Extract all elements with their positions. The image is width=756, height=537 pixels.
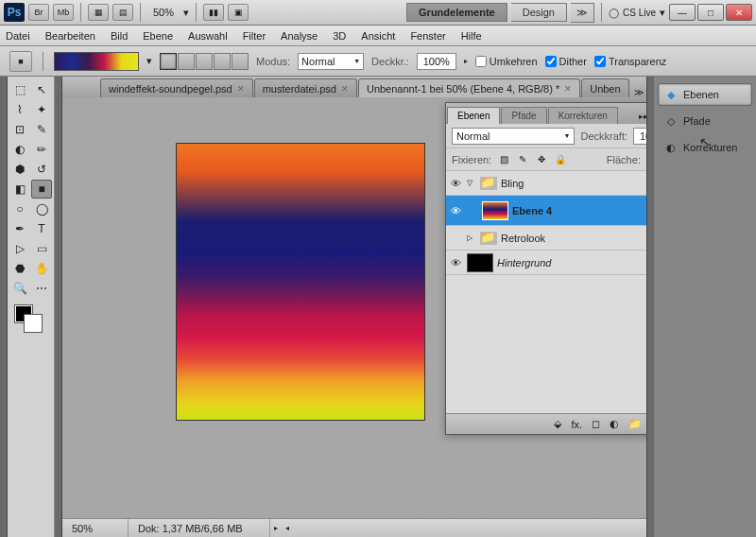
expand-icon[interactable]: ▷ [467,234,476,242]
path-select-tool[interactable]: ▷ [9,239,30,258]
lock-image-icon[interactable]: ✎ [516,153,529,166]
lock-position-icon[interactable]: ✥ [535,153,548,166]
menu-bild[interactable]: Bild [111,30,128,42]
workspace-grundelemente[interactable]: Grundelemente [406,3,507,22]
layer-row[interactable]: 👁 Hintergrund 🔒 [446,251,646,275]
document-tab[interactable]: musterdatei.psd✕ [254,78,357,97]
gradient-preview[interactable] [54,52,139,71]
menu-auswahl[interactable]: Auswahl [188,30,228,42]
layer-name[interactable]: Bling [501,178,524,189]
gradient-diamond[interactable] [232,53,249,70]
layer-thumbnail[interactable] [482,201,508,220]
shape-tool[interactable]: ▭ [31,239,52,258]
layer-row[interactable]: ▷ Retrolook [446,226,646,251]
gradient-radial[interactable] [178,53,195,70]
gradient-linear[interactable] [160,53,177,70]
layer-mask-icon[interactable]: ◻ [592,418,600,430]
expand-icon[interactable]: ▽ [467,179,476,187]
minibridge-button[interactable]: Mb [53,4,74,21]
workspace-design[interactable]: Design [511,3,567,22]
crop-tool[interactable]: ⊡ [9,120,30,139]
color-swatches[interactable] [9,303,52,336]
menu-filter[interactable]: Filter [243,30,266,42]
panel-collapse[interactable]: ▸▸ [634,109,646,124]
left-dock-strip[interactable] [0,77,8,537]
type-tool[interactable]: T [31,219,52,238]
gradient-angle[interactable] [196,53,213,70]
screen-mode-button[interactable]: ▣ [228,4,249,21]
close-icon[interactable]: ✕ [564,84,572,94]
layer-row[interactable]: 👁 Ebene 4 [446,196,646,226]
status-flyout[interactable]: ▸ [270,524,282,532]
dock-ebenen-button[interactable]: ◆ Ebenen [658,83,752,106]
view-extras-button[interactable]: ▦ [88,4,109,21]
healing-tool[interactable]: ◐ [9,140,30,159]
zoom-level[interactable]: 50% [147,7,180,18]
status-zoom[interactable]: 50% [62,519,129,537]
pen-tool[interactable]: ✒ [9,219,30,238]
menu-datei[interactable]: Datei [6,30,30,42]
layer-name[interactable]: Ebene 4 [512,205,552,217]
document-tab[interactable]: windeffekt-soundpegel.psd✕ [100,78,253,97]
status-doc-size[interactable]: Dok: 1,37 MB/6,66 MB [129,519,270,537]
canvas[interactable] [176,143,425,421]
eyedropper-tool[interactable]: ✎ [31,120,52,139]
visibility-icon[interactable]: 👁 [448,257,463,268]
close-button[interactable]: ✕ [726,4,752,21]
view-guides-button[interactable]: ▤ [112,4,133,21]
close-icon[interactable]: ✕ [237,84,245,94]
background-color[interactable] [25,315,42,332]
layer-style-icon[interactable]: fx. [571,419,582,430]
layer-name[interactable]: Hintergrund [497,257,551,268]
menu-analyse[interactable]: Analyse [281,30,318,42]
zoom-tool[interactable]: 🔍 [9,279,30,298]
document-tab[interactable]: Unbenannt-1 bei 50% (Ebene 4, RGB/8) *✕ [358,78,580,97]
opacity-input[interactable]: 100% [417,53,456,70]
lock-transparency-icon[interactable]: ▨ [497,153,510,166]
lasso-tool[interactable]: ⌇ [9,100,30,119]
arrange-button[interactable]: ▮▮ [203,4,224,21]
3d-tool[interactable]: ⬣ [9,259,30,278]
layer-blend-select[interactable]: Normal [452,128,575,145]
dodge-tool[interactable]: ◯ [31,199,52,218]
layer-name[interactable]: Retrolook [501,233,545,244]
menu-3d[interactable]: 3D [333,30,346,42]
close-icon[interactable]: ✕ [341,84,349,94]
history-brush-tool[interactable]: ↺ [31,160,52,179]
document-tab[interactable]: Unben [581,78,628,97]
minimize-button[interactable]: — [669,4,696,21]
panel-tab-ebenen[interactable]: Ebenen [447,107,500,124]
tabs-overflow[interactable]: ≫ [634,87,644,97]
layer-opacity-input[interactable]: 100% [633,128,646,145]
cslive-button[interactable]: CS Live [623,8,656,18]
marquee-tool[interactable]: ⬚ [9,80,30,99]
menu-ebene[interactable]: Ebene [143,30,173,42]
lock-all-icon[interactable]: 🔒 [554,153,567,166]
menu-hilfe[interactable]: Hilfe [461,30,482,42]
hand-tool[interactable]: ✋ [31,259,52,278]
visibility-icon[interactable]: 👁 [448,205,463,217]
eraser-tool[interactable]: ◧ [9,180,30,199]
gradient-tool[interactable]: ■ [31,180,52,199]
dock-korrekturen-button[interactable]: ◐ Korrekturen [658,136,752,159]
blur-tool[interactable]: ○ [9,199,30,218]
gradient-reflected[interactable] [214,53,231,70]
menu-fenster[interactable]: Fenster [410,30,445,42]
left-dock-strip-2[interactable] [55,77,62,537]
adjustment-layer-icon[interactable]: ◐ [610,418,619,430]
more-tool[interactable]: ⋯ [31,279,52,298]
gradient-tool-icon[interactable]: ■ [9,51,32,72]
panel-tab-korrekturen[interactable]: Korrekturen [548,107,618,124]
menu-bearbeiten[interactable]: Bearbeiten [45,30,95,42]
reverse-checkbox[interactable]: Umkehren [475,56,538,67]
move-tool[interactable]: ↖ [31,80,52,99]
brush-tool[interactable]: ✏ [31,140,52,159]
layer-thumbnail[interactable] [467,253,493,272]
transparency-checkbox[interactable]: Transparenz [594,56,666,67]
new-group-icon[interactable]: 📁 [628,418,642,430]
dock-pfade-button[interactable]: ◇ Pfade [658,110,752,132]
layer-row[interactable]: 👁 ▽ Bling [446,171,646,196]
menu-ansicht[interactable]: Ansicht [361,30,395,42]
workspace-more[interactable]: ≫ [571,3,594,23]
panel-tab-pfade[interactable]: Pfade [501,107,546,124]
